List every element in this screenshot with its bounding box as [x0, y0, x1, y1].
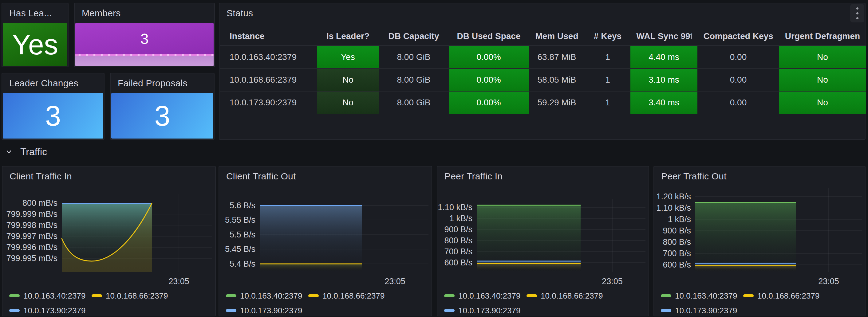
legend-item[interactable]: 10.0.173.90:2379 — [9, 306, 92, 315]
panel-title[interactable]: Failed Proposals — [118, 73, 187, 93]
legend-color-pill — [743, 294, 754, 297]
grafana-etcd-dashboard: { "page": {"background": "#131519"}, "st… — [0, 0, 868, 317]
legend-label: 10.0.168.66:2379 — [541, 291, 603, 301]
legend-label: 10.0.168.66:2379 — [106, 291, 168, 301]
column-header-is_leader[interactable]: Is Leader? — [317, 31, 379, 41]
chevron-down-icon — [5, 148, 13, 156]
legend-row: 10.0.173.90:2379 — [9, 307, 92, 314]
panel-failed-proposals: Failed Proposals 3 — [110, 73, 215, 140]
panel-title[interactable]: Has Lea... — [9, 3, 52, 23]
y-axis-tick-label: 700 B/s — [444, 247, 472, 256]
column-header-label: DB Capacity — [389, 31, 439, 41]
section-label: Traffic — [20, 146, 47, 158]
x-axis-tick-label: 23:05 — [384, 277, 405, 286]
y-axis-tick-label: 900 B/s — [663, 226, 691, 235]
legend-color-pill — [527, 294, 537, 297]
legend-row: 10.0.163.40:237910.0.168.66:2379 — [226, 292, 384, 299]
cell-urgent: No — [779, 46, 866, 68]
y-axis-tick-label: 700 B/s — [663, 249, 691, 258]
legend-item[interactable]: 10.0.173.90:2379 — [226, 306, 308, 315]
stat-value: 3 — [154, 102, 170, 130]
legend-label: 10.0.168.66:2379 — [757, 291, 819, 301]
cell-mem_used: 58.05 MiB — [529, 69, 585, 91]
legend-item[interactable]: 10.0.173.90:2379 — [661, 306, 743, 315]
panel-title[interactable]: Status — [226, 3, 253, 23]
panel-title[interactable]: Peer Traffic Out — [661, 166, 726, 186]
panel-leader-changes: Leader Changes 3 — [2, 73, 104, 140]
cell-is_leader: Yes — [317, 46, 379, 68]
column-header-label: # Keys — [594, 31, 621, 41]
table-body: 10.0.163.40:2379Yes8.00 GiB0.00%63.87 Mi… — [220, 46, 866, 114]
y-axis-tick-label: 800 mB/s — [23, 198, 58, 208]
legend-label: 10.0.173.90:2379 — [23, 306, 86, 315]
cell-compacted: 0.00 — [698, 69, 779, 91]
column-header-db_capacity[interactable]: DB Capacity — [379, 31, 449, 41]
x-axis-tick-label: 23:05 — [818, 277, 839, 286]
y-axis-tick-label: 1.20 kB/s — [656, 192, 691, 201]
legend-label: 10.0.173.90:2379 — [458, 306, 520, 315]
y-axis-tick-label: 5.5 B/s — [229, 230, 255, 239]
cell-instance: 10.0.173.90:2379 — [220, 92, 317, 114]
x-axis-tick-label: 23:05 — [168, 277, 189, 286]
legend-item[interactable]: 10.0.163.40:2379 — [444, 291, 527, 301]
y-axis-tick-label: 5.6 B/s — [229, 201, 255, 210]
legend-row: 10.0.163.40:237910.0.168.66:2379 — [9, 292, 168, 299]
legend-label: 10.0.163.40:2379 — [458, 291, 520, 301]
column-header-label: Compacted Keys — [703, 31, 773, 41]
legend-item[interactable]: 10.0.168.66:2379 — [92, 291, 168, 301]
legend-color-pill — [9, 309, 20, 312]
status-table: InstanceIs Leader?DB CapacityDB Used Spa… — [220, 27, 866, 114]
y-axis-tick-label: 5.4 B/s — [229, 259, 255, 268]
table-header-row: InstanceIs Leader?DB CapacityDB Used Spa… — [220, 27, 866, 46]
panel-menu-kebab-icon[interactable] — [850, 4, 864, 23]
clipped-text-sliver: t — [690, 31, 691, 41]
column-header-keys[interactable]: # Keys — [585, 31, 630, 41]
column-header-label: Mem Used — [535, 31, 578, 41]
column-header-label: Urgent Defragmen — [785, 31, 860, 41]
column-header-mem_used[interactable]: Mem Used — [529, 31, 585, 41]
column-header-instance[interactable]: Instance — [220, 31, 317, 41]
legend-item[interactable]: 10.0.168.66:2379 — [743, 291, 819, 301]
legend-row: 10.0.163.40:237910.0.168.66:2379 — [444, 292, 603, 299]
cell-is_leader: No — [317, 92, 379, 114]
cell-keys: 1 — [585, 69, 630, 91]
column-header-db_used[interactable]: DB Used Space — [449, 31, 529, 41]
legend-item[interactable]: 10.0.168.66:2379 — [527, 291, 603, 301]
y-axis-tick-label: 799.998 mB/s — [6, 221, 58, 230]
column-header-compacted[interactable]: Compacted Keys — [698, 31, 779, 41]
stat-value: Yes — [12, 30, 58, 59]
cell-db_used: 0.00% — [449, 46, 529, 68]
sparkline — [75, 55, 214, 66]
cell-instance: 10.0.163.40:2379 — [220, 46, 317, 68]
panel-title[interactable]: Client Traffic In — [9, 166, 72, 186]
legend-color-pill — [444, 294, 455, 297]
legend-item[interactable]: 10.0.168.66:2379 — [308, 291, 384, 301]
cell-is_leader: No — [317, 69, 379, 91]
panel-title[interactable]: Peer Traffic In — [444, 166, 502, 186]
column-header-wal_sync[interactable]: WAL Sync 99t — [630, 31, 698, 41]
panel-peer-traffic-in: Peer Traffic In 1.10 kB/s1 kB/s900 B/s80… — [437, 166, 649, 316]
panel-title[interactable]: Client Traffic Out — [226, 166, 296, 186]
panel-title[interactable]: Members — [82, 3, 121, 23]
cell-instance: 10.0.168.66:2379 — [220, 69, 317, 91]
legend-item[interactable]: 10.0.163.40:2379 — [9, 291, 92, 301]
cell-db_capacity: 8.00 GiB — [379, 46, 449, 68]
y-axis-tick-label: 800 B/s — [444, 236, 472, 245]
legend-row: 10.0.163.40:237910.0.168.66:2379 — [661, 292, 819, 299]
cell-wal_sync: 4.40 ms — [630, 46, 698, 68]
cell-db_used: 0.00% — [449, 92, 529, 114]
x-axis-tick-label: 23:05 — [602, 277, 623, 286]
section-header-traffic[interactable]: Traffic — [5, 146, 47, 158]
legend-item[interactable]: 10.0.163.40:2379 — [661, 291, 743, 301]
column-header-urgent[interactable]: Urgent Defragmen — [779, 31, 866, 41]
cell-db_capacity: 8.00 GiB — [379, 92, 449, 114]
table-row: 10.0.163.40:2379Yes8.00 GiB0.00%63.87 Mi… — [220, 46, 866, 68]
legend-item[interactable]: 10.0.163.40:2379 — [226, 291, 308, 301]
legend-row: 10.0.173.90:2379 — [444, 307, 527, 314]
cell-keys: 1 — [585, 92, 630, 114]
cell-wal_sync: 3.10 ms — [630, 69, 698, 91]
legend-item[interactable]: 10.0.173.90:2379 — [444, 306, 527, 315]
cell-db_used: 0.00% — [449, 69, 529, 91]
panel-title[interactable]: Leader Changes — [9, 73, 79, 93]
stat-value: 3 — [45, 102, 61, 130]
